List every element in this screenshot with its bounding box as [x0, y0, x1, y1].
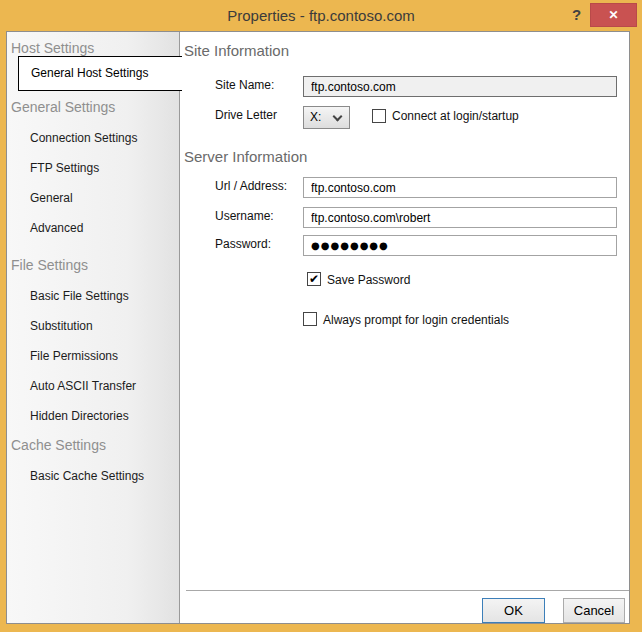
drive-letter-select[interactable]: X:	[303, 106, 350, 129]
close-button[interactable]: ✕	[590, 3, 637, 27]
password-input[interactable]	[303, 235, 617, 256]
drive-letter-value: X:	[310, 110, 321, 124]
server-information-heading: Server Information	[184, 148, 307, 165]
always-prompt-checkbox[interactable]	[303, 312, 317, 326]
properties-dialog: Properties - ftp.contoso.com ? ✕ Host Se…	[0, 0, 642, 632]
site-information-heading: Site Information	[184, 42, 289, 59]
username-input[interactable]	[303, 207, 617, 228]
sidebar-header-host-settings: Host Settings	[11, 40, 94, 56]
cancel-button[interactable]: Cancel	[563, 598, 625, 623]
help-button[interactable]: ?	[566, 3, 587, 27]
titlebar: Properties - ftp.contoso.com ? ✕	[0, 0, 642, 31]
site-name-label: Site Name:	[215, 78, 274, 92]
password-label: Password:	[215, 237, 271, 251]
sidebar-item-advanced[interactable]: Advanced	[30, 220, 83, 236]
sidebar-item-auto-ascii-transfer[interactable]: Auto ASCII Transfer	[30, 378, 136, 394]
drive-letter-label: Drive Letter	[215, 108, 277, 122]
sidebar-header-general-settings: General Settings	[11, 99, 115, 115]
always-prompt-label: Always prompt for login credentials	[323, 313, 509, 327]
site-name-input[interactable]	[303, 76, 617, 97]
window-title: Properties - ftp.contoso.com	[0, 0, 642, 31]
dialog-content: Host Settings General Settings Connectio…	[6, 31, 630, 624]
settings-sidebar: Host Settings General Settings Connectio…	[7, 32, 180, 623]
chevron-down-icon	[333, 112, 343, 122]
connect-at-login-checkbox[interactable]	[372, 109, 386, 123]
sidebar-item-general[interactable]: General	[30, 190, 73, 206]
sidebar-item-connection-settings[interactable]: Connection Settings	[30, 130, 137, 146]
checkmark-icon: ✔	[309, 272, 319, 286]
url-address-input[interactable]	[303, 177, 617, 198]
ok-button[interactable]: OK	[482, 598, 545, 623]
sidebar-item-substitution[interactable]: Substitution	[30, 318, 93, 334]
sidebar-item-hidden-directories[interactable]: Hidden Directories	[30, 408, 129, 424]
connect-at-login-label: Connect at login/startup	[392, 109, 519, 123]
save-password-checkbox[interactable]: ✔	[307, 272, 321, 286]
sidebar-item-basic-cache-settings[interactable]: Basic Cache Settings	[30, 468, 144, 484]
username-label: Username:	[215, 209, 274, 223]
sidebar-item-ftp-settings[interactable]: FTP Settings	[30, 160, 99, 176]
sidebar-header-cache-settings: Cache Settings	[11, 437, 106, 453]
url-address-label: Url / Address:	[215, 179, 287, 193]
save-password-label: Save Password	[327, 273, 410, 287]
sidebar-item-basic-file-settings[interactable]: Basic File Settings	[30, 288, 129, 304]
sidebar-header-file-settings: File Settings	[11, 257, 88, 273]
main-panel: Site Information Site Name: Drive Letter…	[180, 32, 629, 623]
sidebar-item-file-permissions[interactable]: File Permissions	[30, 348, 118, 364]
footer-separator	[186, 590, 629, 591]
help-icon: ?	[572, 6, 581, 23]
sidebar-item-general-host-settings[interactable]: General Host Settings	[18, 56, 182, 91]
close-icon: ✕	[608, 8, 618, 22]
